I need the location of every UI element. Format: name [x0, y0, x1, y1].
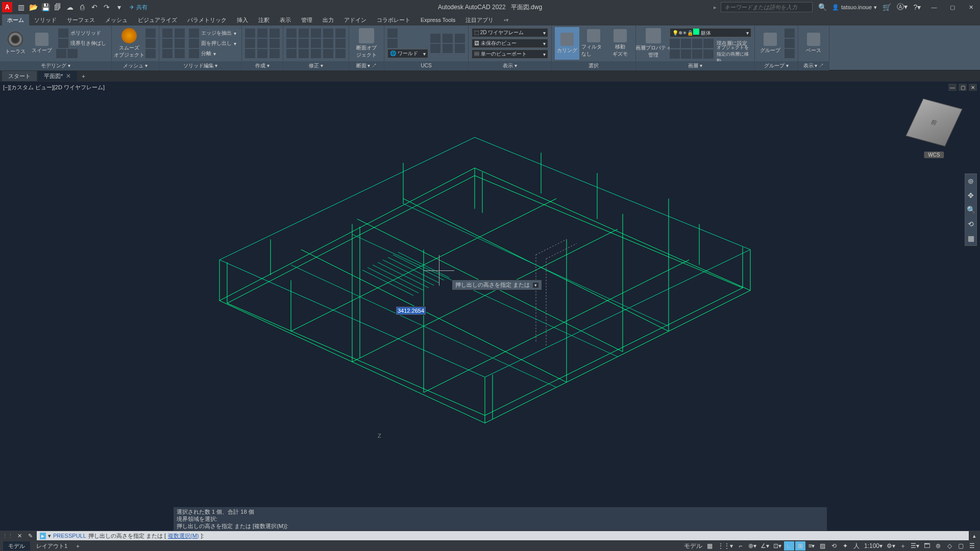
hw-icon[interactable]: ⊚ — [933, 541, 943, 550]
panel-title-create[interactable]: 作成 ▾ — [242, 61, 283, 70]
lwt-icon[interactable]: ≡▾ — [806, 541, 817, 550]
se-m3[interactable] — [162, 49, 173, 58]
tab-visualize[interactable]: ビジュアライズ — [133, 14, 182, 26]
cmd-history-toggle-icon[interactable]: ▴ — [971, 533, 978, 539]
layer-m7[interactable] — [692, 49, 702, 59]
panel-title-modify[interactable]: 修正 ▾ — [283, 61, 349, 70]
iso-icon[interactable]: ∠▾ — [759, 541, 771, 550]
layer-dropdown[interactable]: 💡❄☀🔒 躯体▾ — [670, 28, 751, 37]
qat-undo-icon[interactable]: ↶ — [89, 2, 100, 13]
se-m4[interactable] — [175, 29, 185, 38]
vp-minimize-icon[interactable]: — — [948, 84, 957, 91]
cmd-handle-icon[interactable]: ⋮⋮ — [2, 533, 13, 539]
layer-m1[interactable] — [670, 39, 680, 48]
clean-icon[interactable]: ▢ — [955, 541, 966, 550]
viewport-label[interactable]: [−][カスタム ビュー][2D ワイヤフレーム] — [3, 84, 105, 91]
movelayer-button[interactable]: オブジェクトを指定の画層に移動 — [715, 49, 751, 59]
stretch-icon[interactable] — [286, 49, 297, 58]
mod-m1[interactable] — [323, 29, 333, 38]
se-m2[interactable] — [162, 39, 173, 48]
polysolid-button[interactable]: ポリソリッド — [56, 29, 108, 38]
qat-new-icon[interactable]: ▥ — [15, 2, 27, 13]
split-button[interactable]: 分離 ▾ — [187, 49, 238, 58]
annot-icon[interactable]: 人 — [851, 541, 862, 550]
line-icon[interactable] — [245, 29, 255, 38]
mod-m6[interactable] — [335, 49, 346, 58]
app-logo[interactable]: A — [2, 2, 12, 12]
iso2-icon[interactable]: ◇ — [944, 541, 954, 550]
arc-icon[interactable] — [257, 29, 267, 38]
mod-m5[interactable] — [335, 39, 346, 48]
mesh-m3[interactable] — [145, 49, 156, 58]
fillet-icon[interactable] — [311, 39, 321, 48]
doc-tab-start[interactable]: スタート — [2, 71, 37, 81]
tab-surface[interactable]: サーフェス — [62, 14, 100, 26]
visualstyle-dropdown[interactable]: ⬚ 2D ワイヤフレーム▾ — [472, 28, 548, 37]
panel-title-mesh[interactable]: メッシュ ▾ — [112, 61, 159, 70]
mirror-icon[interactable] — [299, 39, 309, 48]
point-icon[interactable] — [270, 49, 280, 58]
section-button[interactable]: 断面オブ ジェクト — [352, 27, 381, 60]
grp-m2[interactable] — [785, 39, 795, 48]
group-button[interactable]: グループ — [758, 27, 782, 60]
qat-more-icon[interactable]: ▾ — [113, 2, 125, 13]
ortho-icon[interactable]: ⌐ — [736, 541, 746, 550]
culling-button[interactable]: カリング — [555, 27, 579, 60]
panel-title-layout[interactable]: 表示 ▾ ↗ — [798, 61, 829, 70]
modeling-mini-2[interactable] — [67, 49, 78, 58]
tab-mesh[interactable]: メッシュ — [100, 14, 133, 26]
copy-icon[interactable] — [286, 39, 297, 48]
polar-icon[interactable]: ⊕▾ — [747, 541, 758, 550]
nav-pan-icon[interactable]: ✥ — [965, 188, 976, 203]
ucs-m4[interactable] — [430, 44, 440, 53]
polyline-icon[interactable] — [245, 39, 255, 48]
maximize-button[interactable]: ▢ — [945, 2, 960, 13]
wcs-badge[interactable]: WCS — [924, 152, 944, 158]
add-tab-button[interactable]: ＋ — [78, 72, 88, 80]
layer-m4[interactable] — [703, 39, 714, 48]
tab-parametric[interactable]: パラメトリック — [182, 14, 232, 26]
share-button[interactable]: ✈共有 — [126, 2, 152, 13]
status-tab-layout1[interactable]: レイアウト1 — [31, 541, 72, 550]
qat-plot-icon[interactable]: ⎙ — [77, 2, 88, 13]
cmd-custom-icon[interactable]: ✎ — [26, 533, 35, 539]
rotate-icon[interactable] — [299, 29, 309, 38]
hatch-icon[interactable] — [270, 39, 280, 48]
layer-m5[interactable] — [670, 49, 680, 59]
ucs-m1[interactable] — [387, 29, 398, 38]
nav-wheel-icon[interactable]: ⊚ — [965, 174, 976, 188]
grp-m3[interactable] — [785, 49, 795, 58]
caret-icon[interactable]: ▸ — [714, 4, 717, 11]
close-button[interactable]: ✕ — [964, 2, 978, 13]
mod-m4[interactable] — [335, 29, 346, 38]
viewport[interactable]: [−][カスタム ビュー][2D ワイヤフレーム] — ▢ ✕ 前 WCS ⊚ … — [0, 82, 980, 531]
qat-redo-icon[interactable]: ↷ — [101, 2, 112, 13]
zoom-plus-icon[interactable]: ＋ — [898, 541, 908, 550]
prompt-options-icon[interactable]: ▾ — [533, 283, 538, 288]
array-icon[interactable] — [311, 49, 321, 58]
otrack-icon[interactable]: ∟ — [784, 541, 794, 550]
mod-m3[interactable] — [323, 49, 333, 58]
search-input[interactable] — [721, 2, 813, 12]
model-toggle[interactable]: モデル — [682, 541, 704, 550]
height-input[interactable] — [397, 307, 425, 314]
se-m1[interactable] — [162, 29, 173, 38]
layer-m8[interactable] — [703, 49, 714, 59]
app-icon[interactable]: Ⓐ▾ — [896, 2, 908, 13]
layer-m2[interactable] — [681, 39, 691, 48]
panel-title-section[interactable]: 断面 ▾ ↗ — [349, 61, 384, 70]
spline-icon[interactable] — [270, 29, 280, 38]
panel-title-modeling[interactable]: モデリング ▾ — [0, 61, 111, 70]
qat-saveas-icon[interactable]: 🗐 — [52, 2, 63, 13]
base-button[interactable]: ベース — [801, 27, 826, 60]
view-dropdown[interactable]: 🖼 未保存のビュー▾ — [472, 39, 548, 48]
minimize-button[interactable]: — — [927, 2, 941, 13]
tab-output[interactable]: 出力 — [317, 14, 339, 26]
add-layout-button[interactable]: ＋ — [74, 542, 82, 550]
smooth-button[interactable]: スムーズ オブジェクト — [115, 27, 143, 60]
scale-icon[interactable] — [299, 49, 309, 58]
ws-icon[interactable]: ☰▾ — [909, 541, 921, 550]
cart-icon[interactable]: 🛒 — [881, 2, 892, 13]
cmd-close-icon[interactable]: ✕ — [15, 533, 24, 539]
trim-icon[interactable] — [311, 29, 321, 38]
